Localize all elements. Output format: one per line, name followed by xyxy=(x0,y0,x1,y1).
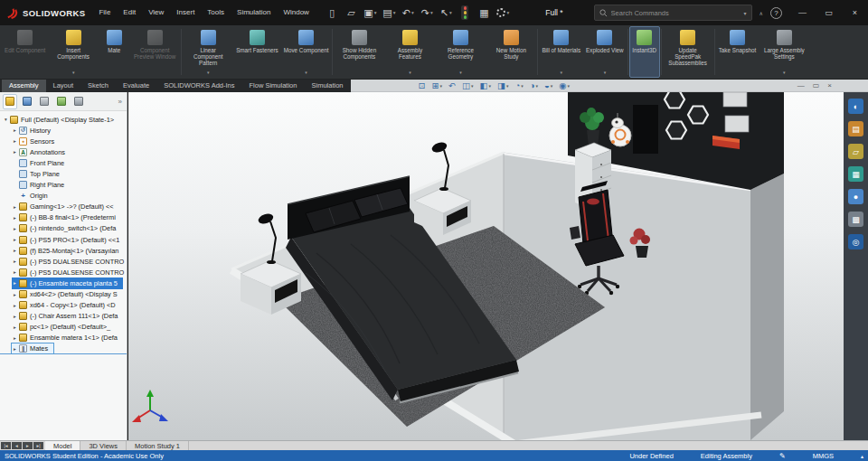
tree-item-origin[interactable]: +Origin xyxy=(0,191,127,202)
doc-tab-motion-study-1[interactable]: Motion Study 1 xyxy=(127,441,189,450)
tab-assembly[interactable]: Assembly xyxy=(2,80,46,92)
tree-item-right-plane[interactable]: Right Plane xyxy=(0,180,127,191)
tree-item-ensamble-matera-1-1-defa[interactable]: ▸Ensamble matera 1<1> (Defa xyxy=(0,333,127,343)
redo-icon[interactable]: ↷▾ xyxy=(420,4,435,22)
displaymanager-tab[interactable] xyxy=(71,94,86,109)
tab-evaluate[interactable]: Evaluate xyxy=(116,80,156,92)
tab-simulation[interactable]: Simulation xyxy=(304,80,350,92)
help-icon[interactable]: ? xyxy=(770,7,782,19)
restore-button[interactable]: ▭ xyxy=(816,0,842,25)
document-minimize-button[interactable]: — xyxy=(797,81,805,89)
tree-item-ps5-pro-1-default-1[interactable]: ▸(-) PS5 PRO<1> (Default) <<1 xyxy=(0,234,127,245)
menu-insert[interactable]: Insert xyxy=(170,0,201,25)
appearances-scenes-icon[interactable]: ● xyxy=(848,189,863,204)
tree-item-ps5-dualsense-contro[interactable]: ▸(-) PS5 DUALSENSE CONTRO xyxy=(0,256,127,267)
ribbon-mate-button[interactable]: Mate xyxy=(99,26,129,78)
tree-item-ensamble-maceta-planta-5[interactable]: ▸(-) Ensamble maceta planta 5 xyxy=(0,278,127,288)
ribbon-new-motion-study-button[interactable]: New Motion Study xyxy=(486,26,536,78)
ribbon-bill-of-materials-button[interactable]: Bill of Materials▾ xyxy=(539,26,583,78)
view-settings-icon[interactable]: ◉▾ xyxy=(559,80,570,90)
propertymanager-tab[interactable] xyxy=(20,94,34,109)
file-explorer-icon[interactable]: ▱ xyxy=(848,144,863,159)
tree-item-mates[interactable]: ▸∥Mates xyxy=(0,343,127,354)
edit-appearance-icon[interactable]: ◑▾ xyxy=(530,80,538,90)
tree-item-bb-8-final-1-predetermi[interactable]: ▸(-) BB-8 final<1> (Predetermi xyxy=(0,212,127,223)
tree-item-gaming-1-default[interactable]: ▸Gaming<1> ->? (Default) << xyxy=(0,202,127,212)
view-palette-icon[interactable]: ▦ xyxy=(848,166,863,182)
menu-tools[interactable]: Tools xyxy=(201,0,231,25)
status-units[interactable]: MMGS xyxy=(813,452,834,460)
tree-item-sensors[interactable]: ▸●Sensors xyxy=(0,136,127,146)
expand-arrow-icon[interactable]: ▸ xyxy=(12,215,18,221)
file-properties-icon[interactable]: ▦ xyxy=(476,4,492,22)
tree-item-annotations[interactable]: ▸AAnnotations xyxy=(0,146,127,157)
dimxpertmanager-tab[interactable] xyxy=(54,94,69,109)
expand-arrow-icon[interactable]: ▸ xyxy=(12,248,18,253)
search-dropdown-icon[interactable]: ▾ xyxy=(744,10,747,16)
document-restore-button[interactable]: ▭ xyxy=(813,81,820,89)
menu-simulation[interactable]: Simulation xyxy=(231,0,277,25)
menu-edit[interactable]: Edit xyxy=(117,0,142,25)
expand-arrow-icon[interactable]: ▾ xyxy=(3,117,9,122)
tree-item-ps5-dualsense-contro[interactable]: ▸(-) PS5 DUALSENSE CONTRO xyxy=(0,267,127,278)
tab-layout[interactable]: Layout xyxy=(46,80,81,92)
ribbon-linear-component-pattern-button[interactable]: Linear Component Pattern▾ xyxy=(183,26,233,78)
tree-item-full-default-display-state-1[interactable]: ▾Full (Default) <Display State-1> xyxy=(0,114,127,125)
configurationmanager-tab[interactable] xyxy=(37,94,52,109)
rebuild-traffic-light-icon[interactable] xyxy=(458,4,473,22)
expand-arrow-icon[interactable]: ▸ xyxy=(12,269,18,275)
ribbon-assembly-features-button[interactable]: Assembly Features▾ xyxy=(384,26,435,78)
expand-arrow-icon[interactable]: ▸ xyxy=(12,226,18,231)
ribbon-insert-components-button[interactable]: Insert Components▾ xyxy=(48,26,99,78)
tree-item-f-b25-montaj-1-varsay-lan[interactable]: ▸(f) B25-Montaj<1> (Varsayılan xyxy=(0,245,127,256)
tab-sketch[interactable]: Sketch xyxy=(80,80,116,92)
expand-arrow-icon[interactable]: ▸ xyxy=(12,149,18,155)
expand-arrow-icon[interactable]: ▸ xyxy=(12,237,18,242)
ribbon-move-component-button[interactable]: Move Component▾ xyxy=(281,26,332,78)
tab-scroll-first-button[interactable]: |◂ xyxy=(1,442,11,449)
section-view-icon[interactable]: ◫▾ xyxy=(462,80,474,90)
expand-arrow-icon[interactable]: ▸ xyxy=(12,280,18,286)
solidworks-resources-icon[interactable]: ◐ xyxy=(848,99,863,114)
minimize-button[interactable]: — xyxy=(789,0,816,25)
view-orientation-icon[interactable]: ◧▾ xyxy=(479,80,491,90)
undo-icon[interactable]: ↶▾ xyxy=(401,4,416,22)
open-document-icon[interactable]: ▱ xyxy=(344,4,359,22)
ribbon-smart-fasteners-button[interactable]: Smart Fasteners xyxy=(233,26,281,78)
hide-show-items-icon[interactable]: ◔▾ xyxy=(514,80,523,90)
expand-arrow-icon[interactable]: ▸ xyxy=(12,127,18,133)
save-icon[interactable]: ▣▾ xyxy=(363,4,378,22)
expand-arrow-icon[interactable]: ▸ xyxy=(12,292,18,297)
display-style-icon[interactable]: ◨▾ xyxy=(497,80,509,90)
expand-arrow-icon[interactable]: ▸ xyxy=(12,138,18,144)
zoom-to-fit-icon[interactable]: ⊡ xyxy=(419,80,426,90)
expand-arrow-icon[interactable]: ▸ xyxy=(12,314,18,319)
tree-item-chair-assem-111-1-defa[interactable]: ▸(-) Chair Assem 111<1> (Defa xyxy=(0,311,127,322)
expand-arrow-icon[interactable]: ▸ xyxy=(12,204,18,210)
expand-arrow-icon[interactable]: ▸ xyxy=(12,259,18,264)
tab-flow-simulation[interactable]: Flow Simulation xyxy=(242,80,305,92)
tree-item-xd64-2-default-display-s[interactable]: ▸xd64<2> (Default) <Display S xyxy=(0,289,127,300)
close-button[interactable]: × xyxy=(842,0,868,25)
design-library-icon[interactable]: ▤ xyxy=(848,121,863,136)
tab-scroll-last-button[interactable]: ▸| xyxy=(33,442,43,449)
expand-arrow-icon[interactable]: ▸ xyxy=(12,325,18,330)
document-close-button[interactable]: × xyxy=(827,81,832,89)
doc-tab-model[interactable]: Model xyxy=(45,441,80,450)
menu-file[interactable]: File xyxy=(92,0,117,25)
search-box[interactable]: ▾ xyxy=(594,5,752,21)
tab-scroll-next-button[interactable]: ▸ xyxy=(23,442,33,449)
ribbon-reference-geometry-button[interactable]: Reference Geometry▾ xyxy=(435,26,486,78)
print-icon[interactable]: ▤▾ xyxy=(382,4,397,22)
expand-arrow-icon[interactable]: ▸ xyxy=(12,346,18,352)
tree-item-top-plane[interactable]: Top Plane xyxy=(0,168,127,179)
tab-solidworks-add-ins[interactable]: SOLIDWORKS Add-Ins xyxy=(156,80,241,92)
collapse-ribbon-icon[interactable]: ∧ xyxy=(760,10,763,16)
custom-properties-icon[interactable]: ▩ xyxy=(848,212,863,227)
select-icon[interactable]: ↖▾ xyxy=(439,4,454,22)
ribbon-show-hidden-components-button[interactable]: Show Hidden Components xyxy=(334,26,384,78)
search-input[interactable] xyxy=(611,9,741,17)
status-expand-icon[interactable]: ▴ xyxy=(861,453,863,459)
ribbon-update-speedpak-subassemblies-button[interactable]: Update SpeedPak Subassemblies xyxy=(663,26,713,78)
manager-tabs-overflow-icon[interactable]: » xyxy=(118,98,124,106)
